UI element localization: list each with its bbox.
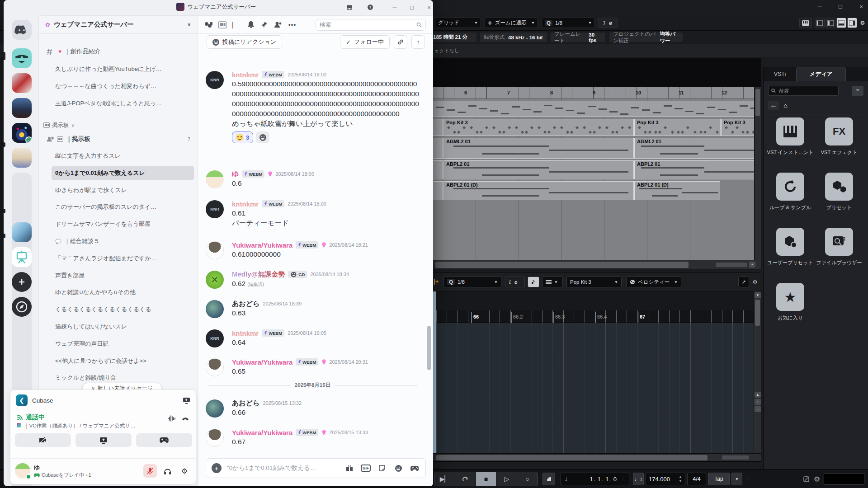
- project-event-display[interactable]: Pop Kit 3Pop Kit 3Pop Kit 3AGML2 01AGML2…: [433, 99, 761, 260]
- member-list-icon[interactable]: [274, 21, 282, 28]
- author-name[interactable]: Yukiwara/Yukiwara: [232, 358, 292, 366]
- noise-suppression-icon[interactable]: [168, 415, 176, 422]
- drum-editor-ruler[interactable]: 6666.266.366.467: [436, 310, 754, 323]
- help-icon[interactable]: ?: [364, 3, 376, 12]
- cycle-loop-button[interactable]: [455, 472, 476, 486]
- user-settings-gear-icon[interactable]: ⚙: [178, 464, 191, 478]
- audio-midi-clip[interactable]: AGML2 01: [443, 138, 634, 159]
- track-lane[interactable]: ABPL2 01ABPL2 01: [433, 160, 761, 179]
- thread-item[interactable]: ドリームサマバンザーイを言う部屋: [52, 217, 194, 231]
- avatar[interactable]: [206, 429, 224, 447]
- setup-toolbar-gear-icon[interactable]: ⚙: [858, 18, 867, 28]
- window-close-icon[interactable]: ×: [423, 3, 433, 12]
- message[interactable]: KNRkntnkmrWEBM2025/08/14 18:000.59000000…: [206, 70, 420, 143]
- screen-share-button[interactable]: [75, 433, 132, 447]
- avatar[interactable]: KNR: [206, 329, 224, 347]
- message[interactable]: Medly@無課金勢GD2025/08/14 18:340.62(編集済): [206, 270, 420, 290]
- drumstick-tool-toggle[interactable]: [528, 277, 539, 287]
- author-name[interactable]: あおどら: [232, 399, 259, 408]
- iterative-quantize-icons[interactable]: ⁒e: [598, 18, 618, 28]
- thread-item[interactable]: <<他人に見つからずに会話せよ>>: [52, 354, 194, 368]
- activities-button[interactable]: [136, 433, 192, 447]
- server-header[interactable]: ✿ ウェブマニア公式サーバー ∨: [39, 16, 198, 34]
- thread-item[interactable]: 王道J-POPベタな歌詞にしようと思っ…: [52, 96, 194, 111]
- audio-midi-clip[interactable]: ABPL2 01 (D): [443, 181, 634, 200]
- media-tile-preset[interactable]: [825, 173, 853, 201]
- author-name[interactable]: ゆ: [232, 170, 239, 178]
- project-vertical-scrollbar[interactable]: [754, 87, 761, 260]
- copy-link-icon[interactable]: [394, 35, 407, 49]
- time-signature-display[interactable]: 4/4: [687, 473, 706, 485]
- drum-editor-grid[interactable]: [436, 323, 754, 453]
- discord-titlebar[interactable]: ウェブマニア公式サーバー ? ─ □ ×: [4, 0, 433, 14]
- server-icon-fireworks-voice[interactable]: 🔊: [12, 123, 32, 143]
- media-list-view-icon[interactable]: ≡: [852, 86, 863, 96]
- channel-keijiban[interactable]: ｜掲示板7: [42, 132, 194, 146]
- editor-open-full-icon[interactable]: ↗: [738, 277, 749, 287]
- thread-item[interactable]: ウェブ完理の声日記: [52, 337, 194, 351]
- reaction-thinking[interactable]: 3: [232, 131, 253, 143]
- drum-editor-vertical-scrollbar[interactable]: ▼ ▲ + −: [754, 291, 761, 453]
- following-button[interactable]: ✓ フォロー中: [340, 35, 390, 49]
- thread-item[interactable]: このサーバーの掲示板のスレのタイ…: [52, 200, 194, 214]
- message[interactable]: ゆWEBM2025/08/14 18:000.6: [206, 169, 420, 188]
- tap-tempo-button[interactable]: Tap: [708, 473, 730, 485]
- layout-lower-zone-toggle[interactable]: [836, 18, 846, 28]
- message[interactable]: あおどら2025/08/14 18:390.63: [206, 299, 420, 318]
- thread-item[interactable]: ｜総合雑談 5: [52, 234, 194, 249]
- project-horizontal-scrollbar[interactable]: +: [433, 260, 761, 269]
- chat-search-input[interactable]: 検索: [316, 19, 426, 31]
- audio-midi-clip[interactable]: Pop Kit 3: [443, 119, 634, 136]
- goto-end-button[interactable]: ▶▏: [434, 472, 455, 486]
- jump-to-top-icon[interactable]: ↑: [411, 35, 425, 49]
- author-name[interactable]: Medly@無課金勢: [232, 270, 285, 279]
- media-tile-filebrowser[interactable]: [825, 228, 853, 256]
- more-options-dots-icon[interactable]: •••: [288, 21, 297, 28]
- scroll-up-button[interactable]: ▼: [755, 292, 761, 298]
- editor-quantize-dropdown[interactable]: Q 1/8▼: [443, 277, 501, 287]
- audio-midi-clip[interactable]: ABPL2 01: [634, 160, 761, 179]
- voice-channel-name[interactable]: ｜VC作業（雑談あり） / ウェブマニア公式サ…: [17, 422, 164, 429]
- tempo-track-icon[interactable]: ♩↕: [633, 473, 644, 485]
- server-icon-anime-couple[interactable]: [12, 222, 32, 242]
- layout-inspector-toggle[interactable]: [826, 18, 835, 28]
- chat-scrollbar[interactable]: [427, 326, 431, 370]
- layout-right-zone-toggle[interactable]: [847, 18, 857, 28]
- server-icon-teal-face[interactable]: [12, 48, 32, 68]
- avatar[interactable]: [206, 271, 224, 289]
- emoji-picker-icon[interactable]: [393, 465, 404, 472]
- thread-item[interactable]: ゆきらわが駅まで歩くスレ: [52, 183, 194, 197]
- thread-item[interactable]: なつ～～～な曲つくった相変わらず…: [52, 79, 194, 94]
- transport-settings-gear-icon[interactable]: ⚙: [812, 473, 822, 485]
- thread-item[interactable]: 縦に文字を入力するスレ: [52, 149, 194, 163]
- discover-servers-button[interactable]: [12, 297, 32, 317]
- midi-activity-icon[interactable]: [801, 473, 811, 485]
- add-server-button[interactable]: [12, 272, 32, 292]
- avatar[interactable]: [206, 358, 224, 376]
- camera-toggle-button[interactable]: [15, 433, 71, 447]
- server-icon-suit-person[interactable]: [12, 98, 32, 118]
- microphone-muted-icon[interactable]: [143, 464, 157, 478]
- media-search-input[interactable]: 検索: [768, 86, 839, 96]
- thread-item-selected[interactable]: 0から1まで0.01刻みで数えるスレ: [52, 166, 194, 180]
- add-reaction-button[interactable]: [256, 131, 269, 143]
- vzoom-in-button[interactable]: +: [755, 399, 761, 405]
- message[interactable]: KNRkntnkmrWEBM2025/08/14 19:050.64: [206, 328, 420, 347]
- zoom-in-button[interactable]: +: [749, 262, 755, 267]
- disconnect-call-icon[interactable]: [181, 415, 189, 422]
- avatar[interactable]: KNR: [206, 71, 224, 89]
- audio-midi-clip[interactable]: [433, 119, 443, 136]
- project-ruler[interactable]: 6789101112: [433, 87, 761, 99]
- message[interactable]: Yukiwara/YukiwaraWEBM2025/08/14 18:210.6…: [206, 240, 420, 259]
- tab-vsti[interactable]: VSTi: [764, 67, 796, 81]
- drum-editor-horizontal-scrollbar[interactable]: [433, 453, 761, 461]
- message[interactable]: あおどら2025/08/15 13:320.66: [206, 399, 420, 418]
- stop-button[interactable]: ■: [476, 472, 497, 486]
- media-tile-star[interactable]: ★: [776, 283, 804, 311]
- event-display-mode-dropdown[interactable]: ▼: [542, 277, 563, 287]
- record-button[interactable]: ○: [517, 472, 538, 486]
- avatar[interactable]: [15, 463, 30, 479]
- grid-zoom-dropdown[interactable]: ⋕ズームに適応▼: [485, 18, 538, 28]
- notifications-bell-icon[interactable]: [247, 21, 255, 28]
- inbox-icon[interactable]: [344, 3, 355, 12]
